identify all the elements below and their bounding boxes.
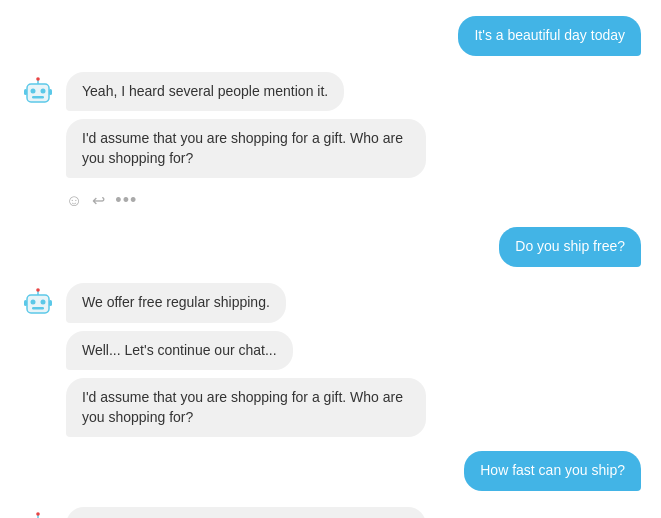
- message-row: We offer free regular shipping.: [20, 283, 641, 323]
- bot-bubble: We offer free regular shipping.: [66, 283, 286, 323]
- svg-point-9: [31, 299, 36, 304]
- bot-bubble: I'd assume that you are shopping for a g…: [66, 378, 426, 437]
- message-text: How fast can you ship?: [480, 462, 625, 478]
- svg-rect-7: [49, 89, 52, 95]
- svg-rect-15: [49, 300, 52, 306]
- bot-bubble: I'd assume that you are shopping for a g…: [66, 119, 426, 178]
- message-text: Do you ship free?: [515, 238, 625, 254]
- svg-rect-3: [32, 96, 44, 99]
- bot-avatar: [20, 509, 56, 518]
- reply-icon[interactable]: ↩: [92, 191, 105, 210]
- message-actions: ☺ ↩ •••: [20, 186, 641, 215]
- user-bubble: It's a beautiful day today: [458, 16, 641, 56]
- bot-bubble: Well... Let's continue our chat...: [66, 331, 293, 371]
- message-row: Yeah, I heard several people mention it.: [20, 72, 641, 112]
- chat-container: It's a beautiful day today Ye: [0, 0, 661, 518]
- svg-rect-0: [27, 84, 49, 102]
- message-text: Well... Let's continue our chat...: [82, 342, 277, 358]
- svg-point-13: [36, 288, 40, 292]
- bot-avatar: [20, 74, 56, 110]
- svg-rect-11: [32, 307, 44, 310]
- user-bubble: Do you ship free?: [499, 227, 641, 267]
- more-icon[interactable]: •••: [115, 190, 137, 211]
- message-row: I'd assume that you are shopping for a g…: [20, 119, 641, 178]
- message-text: I'd assume that you are shopping for a g…: [82, 389, 403, 425]
- svg-rect-14: [24, 300, 27, 306]
- svg-rect-8: [27, 295, 49, 313]
- emoji-icon[interactable]: ☺: [66, 192, 82, 210]
- bot-bubble: Yeah, I heard several people mention it.: [66, 72, 344, 112]
- message-text: It's a beautiful day today: [474, 27, 625, 43]
- bot-avatar: [20, 285, 56, 321]
- message-text: I'd assume that you are shopping for a g…: [82, 130, 403, 166]
- svg-point-21: [36, 512, 40, 516]
- svg-point-2: [41, 88, 46, 93]
- message-row: Well... Let's continue our chat...: [20, 331, 641, 371]
- message-row: Our available shipping options will appe…: [20, 507, 641, 518]
- user-bubble: How fast can you ship?: [464, 451, 641, 491]
- message-row: It's a beautiful day today: [20, 16, 641, 56]
- message-text: We offer free regular shipping.: [82, 294, 270, 310]
- svg-point-5: [36, 77, 40, 81]
- message-row: I'd assume that you are shopping for a g…: [20, 378, 641, 437]
- svg-point-1: [31, 88, 36, 93]
- message-text: Yeah, I heard several people mention it.: [82, 83, 328, 99]
- message-row: How fast can you ship?: [20, 451, 641, 491]
- svg-rect-6: [24, 89, 27, 95]
- message-row: Do you ship free?: [20, 227, 641, 267]
- bot-bubble: Our available shipping options will appe…: [66, 507, 426, 518]
- svg-point-10: [41, 299, 46, 304]
